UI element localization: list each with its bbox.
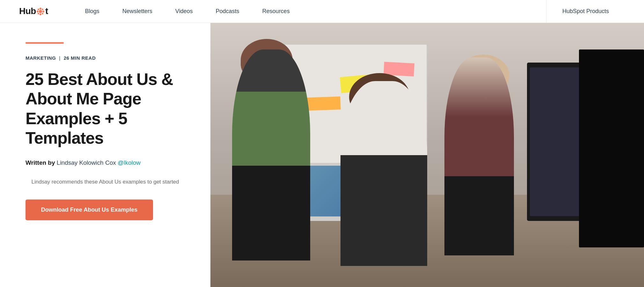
article-description: Lindsay recommends these About Us exampl… xyxy=(26,178,185,186)
left-panel: MARKETING | 26 MIN READ 25 Best About Us… xyxy=(0,23,210,287)
hero-photo-scene xyxy=(210,23,644,287)
svg-point-6 xyxy=(42,9,43,10)
svg-point-5 xyxy=(38,9,39,10)
svg-point-8 xyxy=(42,13,43,14)
svg-point-1 xyxy=(40,8,41,10)
hubspot-logo[interactable]: Hub t xyxy=(19,6,48,17)
sticky-note-orange xyxy=(305,96,340,111)
article-title: 25 Best About Us & About Me Page Example… xyxy=(26,70,185,148)
nav-item-newsletters[interactable]: Newsletters xyxy=(111,0,164,23)
nav-item-videos[interactable]: Videos xyxy=(164,0,204,23)
article-category: MARKETING xyxy=(26,55,56,61)
svg-point-4 xyxy=(42,11,44,12)
author-line: Written by Lindsay Kolowich Cox @lkolow xyxy=(26,159,185,166)
author-name-text: Lindsay Kolowich Cox xyxy=(57,159,116,166)
author-handle-link[interactable]: @lkolow xyxy=(118,159,141,166)
nav-item-podcasts[interactable]: Podcasts xyxy=(204,0,251,23)
svg-point-7 xyxy=(38,13,39,14)
nav-item-hubspot-products[interactable]: HubSpot Products xyxy=(546,0,625,23)
orange-bar-decoration xyxy=(26,42,64,44)
article-meta: MARKETING | 26 MIN READ xyxy=(26,55,185,61)
cta-download-button[interactable]: Download Free About Us Examples xyxy=(26,200,153,220)
hero-image-panel xyxy=(210,23,644,287)
svg-point-0 xyxy=(39,10,42,13)
person3-body xyxy=(444,57,514,255)
svg-point-2 xyxy=(40,13,41,15)
logo-text: Hub t xyxy=(19,6,48,17)
nav-item-blogs[interactable]: Blogs xyxy=(74,0,111,23)
svg-point-3 xyxy=(37,11,39,12)
person1-body xyxy=(232,49,310,261)
article-read-time: 26 MIN READ xyxy=(64,55,96,61)
logo-sprocket-icon xyxy=(36,7,45,16)
content-area: MARKETING | 26 MIN READ 25 Best About Us… xyxy=(0,23,644,287)
person2-body xyxy=(340,81,427,266)
nav-item-resources[interactable]: Resources xyxy=(251,0,301,23)
author-prefix: Written by xyxy=(26,159,55,166)
monitor-secondary xyxy=(579,49,644,247)
main-nav: Blogs Newsletters Videos Podcasts Resour… xyxy=(74,0,546,23)
meta-separator: | xyxy=(59,55,60,61)
navbar: Hub t Blogs Newsletters Videos Podcasts … xyxy=(0,0,644,23)
